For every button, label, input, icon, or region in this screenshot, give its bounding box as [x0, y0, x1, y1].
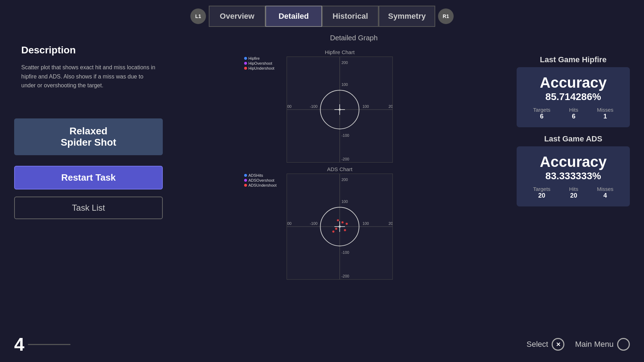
legend-hipovershoot: HipOvershoot — [244, 61, 274, 65]
svg-point-31 — [337, 219, 339, 221]
main-content: Description Scatter plot that shows exac… — [0, 27, 644, 354]
charts-row: Hipfire HipOvershoot HipUndershoot Hipfi… — [163, 46, 517, 280]
ads-misses-label: Misses — [597, 186, 614, 192]
svg-text:-100: -100 — [341, 250, 349, 255]
hipfire-chart-title: Hipfire Chart — [272, 49, 407, 55]
hipfire-hits-label: Hits — [569, 107, 578, 113]
task-name-line2: Spider Shot — [21, 137, 156, 148]
hipfire-hits-col: Hits 6 — [569, 107, 578, 120]
hipfire-svg: -200 -100 100 200 200 100 -100 -200 — [287, 57, 393, 163]
adsovershoot-label: ADSOvershoot — [248, 178, 274, 182]
ads-accuracy-label: Accuracy — [524, 153, 623, 170]
legend-adsovershoot: ADSOvershoot — [244, 178, 277, 182]
hipovershoot-label: HipOvershoot — [248, 61, 272, 65]
svg-point-28 — [341, 221, 344, 223]
r1-trigger[interactable]: R1 — [438, 8, 454, 24]
legend-adsundershoot: ADSUndershoot — [244, 183, 277, 187]
navigation-bar: L1 Overview Detailed Historical Symmetry… — [0, 0, 644, 27]
hipfire-chart: Hipfire Chart -200 -100 100 200 200 100 … — [272, 49, 407, 163]
adshits-dot — [244, 174, 247, 177]
hipfire-legend: Hipfire HipOvershoot HipUndershoot — [244, 56, 274, 70]
hipfire-accuracy-value: 85.714286% — [524, 91, 623, 103]
right-panel: Last Game Hipfire Accuracy 85.714286% Ta… — [517, 34, 630, 346]
ads-svg: -200 -100 100 200 200 100 -100 -200 — [287, 174, 393, 280]
description-text: Scatter plot that shows exact hit and mi… — [21, 63, 156, 90]
hipfire-chart-block: Hipfire HipOvershoot HipUndershoot Hipfi… — [272, 49, 407, 163]
svg-text:-100: -100 — [310, 104, 318, 109]
svg-point-32 — [346, 223, 348, 225]
page-number: 4 — [14, 334, 24, 355]
svg-point-29 — [335, 228, 337, 230]
tab-detailed[interactable]: Detailed — [265, 6, 322, 27]
ads-targets-value: 20 — [538, 192, 545, 199]
left-panel: Description Scatter plot that shows exac… — [14, 34, 163, 346]
svg-text:100: 100 — [341, 199, 348, 204]
ads-accuracy-value: 83.333333% — [524, 170, 623, 182]
svg-text:200: 200 — [389, 104, 393, 109]
ads-misses-value: 4 — [603, 192, 607, 199]
tab-symmetry[interactable]: Symmetry — [379, 6, 435, 27]
legend-hipundershoot: HipUndershoot — [244, 66, 274, 70]
hipfire-stats-title: Last Game Hipfire — [517, 55, 630, 64]
svg-text:100: 100 — [362, 221, 369, 226]
hipfire-misses-label: Misses — [597, 107, 614, 113]
hipfire-accuracy-label: Accuracy — [524, 74, 623, 91]
ads-stats-box: Accuracy 83.333333% Targets 20 Hits 20 M… — [517, 146, 630, 206]
select-label: Select — [527, 340, 548, 349]
ads-chart-title: ADS Chart — [272, 166, 407, 172]
svg-text:-100: -100 — [341, 133, 349, 138]
hipfire-misses-col: Misses 1 — [597, 107, 614, 120]
tab-overview[interactable]: Overview — [209, 6, 265, 27]
ads-misses-col: Misses 4 — [597, 186, 614, 199]
hipfire-label: Hipfire — [248, 56, 260, 60]
adsundershoot-dot — [244, 184, 247, 187]
svg-point-33 — [332, 230, 334, 233]
ads-hits-value: 20 — [570, 192, 577, 199]
task-name-box: Relaxed Spider Shot — [14, 118, 163, 155]
svg-text:-200: -200 — [287, 221, 292, 226]
svg-text:200: 200 — [389, 221, 393, 226]
svg-text:200: 200 — [341, 177, 348, 182]
svg-text:-100: -100 — [310, 221, 318, 226]
tab-historical[interactable]: Historical — [322, 6, 379, 27]
task-name-line1: Relaxed — [21, 125, 156, 137]
select-icon: ✕ — [552, 338, 564, 351]
svg-text:100: 100 — [341, 82, 348, 87]
hipfire-stats-box: Accuracy 85.714286% Targets 6 Hits 6 Mis… — [517, 67, 630, 127]
ads-chart: ADS Chart -200 -100 100 200 200 100 -100 — [272, 166, 407, 280]
ads-hits-label: Hits — [569, 186, 578, 192]
bottom-actions: Select ✕ Main Menu — [527, 338, 630, 351]
svg-text:-200: -200 — [287, 104, 292, 109]
detailed-graph-title: Detailed Graph — [330, 34, 378, 42]
l1-trigger[interactable]: L1 — [190, 8, 206, 24]
svg-text:200: 200 — [341, 60, 348, 65]
hipovershoot-dot — [244, 62, 247, 65]
restart-task-button[interactable]: Restart Task — [14, 166, 163, 189]
hipfire-stats-section: Last Game Hipfire Accuracy 85.714286% Ta… — [517, 55, 630, 127]
ads-stats-row: Targets 20 Hits 20 Misses 4 — [524, 186, 623, 199]
ads-chart-block: ADSHits ADSOvershoot ADSUndershoot ADS C… — [272, 166, 407, 280]
task-list-button[interactable]: Task List — [14, 197, 163, 219]
description-section: Description Scatter plot that shows exac… — [14, 37, 163, 97]
ads-stats-title: Last Game ADS — [517, 134, 630, 144]
main-menu-action: Main Menu — [575, 338, 630, 351]
ads-legend: ADSHits ADSOvershoot ADSUndershoot — [244, 173, 277, 187]
select-action: Select ✕ — [527, 338, 564, 351]
ads-stats-section: Last Game ADS Accuracy 83.333333% Target… — [517, 134, 630, 206]
legend-adshits: ADSHits — [244, 173, 277, 177]
main-menu-label: Main Menu — [575, 340, 614, 349]
svg-point-30 — [344, 229, 346, 231]
hipundershoot-dot — [244, 67, 247, 70]
bottom-bar: 4 Select ✕ Main Menu — [0, 334, 644, 355]
description-title: Description — [21, 45, 156, 56]
ads-targets-label: Targets — [533, 186, 550, 192]
hipfire-targets-value: 6 — [540, 113, 544, 120]
hipfire-misses-value: 1 — [603, 113, 607, 120]
ads-hits-col: Hits 20 — [569, 186, 578, 199]
svg-text:100: 100 — [362, 104, 369, 109]
hipfire-dot — [244, 57, 247, 60]
legend-hipfire: Hipfire — [244, 56, 274, 60]
adshits-label: ADSHits — [248, 173, 263, 177]
page-progress-line — [28, 344, 70, 345]
ads-targets-col: Targets 20 — [533, 186, 550, 199]
